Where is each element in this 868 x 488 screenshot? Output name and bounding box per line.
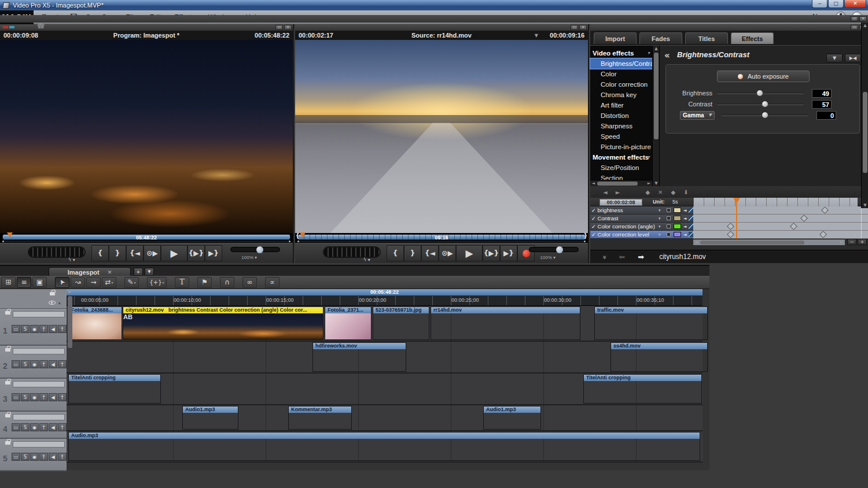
tab-titles[interactable]: Titles xyxy=(685,32,728,44)
gamma-dropdown[interactable]: Gamma▼ xyxy=(680,111,715,120)
timeline-ruler[interactable]: 00:00:05;0000:00:10;0000:00:15;0000:00:2… xyxy=(67,296,703,306)
prev-keyframe-icon[interactable]: ◄ xyxy=(603,189,608,195)
close-pool-icon[interactable]: ✕ xyxy=(859,16,867,21)
effect-item[interactable]: Distortion xyxy=(590,110,652,121)
keyframe-track-area[interactable] xyxy=(693,231,868,239)
solo-button[interactable]: S xyxy=(21,360,30,368)
track-name-field[interactable] xyxy=(13,414,65,420)
solo-button[interactable]: S xyxy=(21,325,30,333)
color-swatch[interactable] xyxy=(674,216,681,221)
add-keyframe-icon[interactable]: ◆ xyxy=(645,189,650,195)
volume-knob[interactable] xyxy=(256,246,263,253)
source-playhead-marker[interactable] xyxy=(300,232,306,238)
clip-traffic-mov[interactable]: traffic.mov xyxy=(594,306,708,340)
track-name-field[interactable] xyxy=(13,441,65,448)
auto-exposure-button[interactable]: Auto exposure xyxy=(717,71,810,82)
track-lock-icon[interactable] xyxy=(5,414,10,417)
set-in-button[interactable]: { xyxy=(387,245,404,261)
range-end-handle[interactable] xyxy=(584,241,586,242)
a-badge[interactable]: A xyxy=(123,313,128,320)
set-in-button[interactable]: { xyxy=(91,245,109,261)
curve-icon[interactable] xyxy=(689,224,693,229)
phone-import-icon[interactable]: ☎ xyxy=(37,23,45,30)
timeline-track-5[interactable]: Audio.mp3 xyxy=(67,431,703,463)
keyframe-row-label[interactable]: ✓Contrast▾◄ xyxy=(590,215,693,223)
program-playhead-marker[interactable] xyxy=(7,232,13,238)
slider-value[interactable]: 57 xyxy=(812,100,832,109)
timeline-duration-bar[interactable]: 00:05:48:22 xyxy=(67,289,703,296)
audio-fader-button[interactable]: † xyxy=(58,360,67,368)
curve-icon[interactable] xyxy=(689,216,693,221)
shuttle-mode-icon[interactable]: ϟ ▾ xyxy=(363,257,370,263)
brightness-slider[interactable] xyxy=(717,93,804,94)
blue-mark-icon[interactable] xyxy=(9,26,14,28)
source-scrubber-bar[interactable]: 09:16 xyxy=(297,234,586,240)
group-link-icon[interactable]: ∞ xyxy=(242,277,257,288)
title-tool-icon[interactable]: T xyxy=(175,277,189,288)
curve-checkbox[interactable] xyxy=(667,224,671,228)
timeline-track-1[interactable]: Fotolia_243688...cityrush12.movbrightnes… xyxy=(67,306,703,342)
source-select-dropdown-icon[interactable]: ▼ xyxy=(535,33,538,38)
clip-audio-mp3[interactable]: Audio.mp3 xyxy=(68,432,700,461)
checkbox-icon[interactable]: ✓ xyxy=(591,224,596,230)
cursor-tool-icon[interactable]: ➤ xyxy=(55,277,69,288)
track-lock-icon[interactable] xyxy=(5,381,10,385)
jog-wheel[interactable] xyxy=(28,246,86,258)
restore-monitor-icon[interactable]: ▭ xyxy=(571,25,578,30)
clip-ss4hd-mov[interactable]: ss4hd.mov xyxy=(610,342,708,372)
effect-item[interactable]: Sharpness xyxy=(590,121,652,131)
track-type-button[interactable]: ▭ xyxy=(12,325,20,333)
restore-monitor-icon[interactable]: ▭ xyxy=(275,25,283,30)
clip-titel[interactable]: TitelAnti cropping xyxy=(68,374,161,404)
effect-item[interactable]: Brightness/Contrast xyxy=(590,58,652,69)
effects-list-hscrollbar[interactable]: ◄► xyxy=(590,180,652,186)
view-grid-icon[interactable]: ⊞ xyxy=(1,277,16,288)
tab-import[interactable]: Import xyxy=(594,32,637,44)
keyframe-zoom-in-icon[interactable]: + xyxy=(858,239,867,245)
collapse-panel-icon[interactable]: ▶◀ xyxy=(845,54,861,62)
mute-button[interactable]: ◀ xyxy=(49,360,57,368)
keyframe-diamond[interactable] xyxy=(822,206,829,214)
curve-checkbox[interactable] xyxy=(667,232,671,236)
previous-object-icon[interactable]: ⬅ xyxy=(619,253,625,261)
effect-item[interactable]: Chroma key xyxy=(590,90,652,100)
add-tab-icon[interactable]: + xyxy=(134,268,143,276)
mute-button[interactable]: ◀ xyxy=(49,453,57,461)
keyframe-hscrollbar[interactable]: ◄► xyxy=(693,239,845,245)
keyframe-track-area[interactable] xyxy=(693,215,868,223)
chevron-down-icon[interactable]: ▾ xyxy=(659,216,661,221)
source-range-groove[interactable] xyxy=(297,241,586,242)
effect-item[interactable]: Size/Position xyxy=(590,162,652,173)
clip-cityrush12-mov[interactable]: cityrush12.movbrightness Contrast Color … xyxy=(123,306,323,340)
video-fader-button[interactable]: † xyxy=(39,325,48,333)
visibility-button[interactable]: ◉ xyxy=(30,393,39,401)
slider-value[interactable]: 0 xyxy=(816,111,836,120)
timeline-track-2[interactable]: hdfireworks.movss4hd.mov xyxy=(67,342,703,374)
speaker-icon[interactable]: ◄ xyxy=(683,232,686,237)
program-scrubber-bar[interactable]: 05:48:22 xyxy=(2,234,290,240)
keyframe-timecode-field[interactable]: 00:00:02:08 xyxy=(599,199,642,206)
audio-fader-button[interactable]: † xyxy=(58,393,67,401)
video-fader-button[interactable]: † xyxy=(39,423,48,431)
maximize-button[interactable]: ▢ xyxy=(828,0,844,8)
play-loop-button[interactable]: {▶} xyxy=(483,245,500,261)
keyframe-row-label[interactable]: ✓brightness▾◄ xyxy=(590,206,693,215)
track-lock-icon[interactable] xyxy=(5,311,10,315)
next-keyframe-icon[interactable]: ► xyxy=(616,189,620,195)
close-monitor-icon[interactable]: ✕ xyxy=(579,25,587,30)
visibility-button[interactable]: ◉ xyxy=(30,360,39,368)
jump-to-out-button[interactable]: ▶} xyxy=(205,245,222,261)
effect-item[interactable]: Color correction xyxy=(590,79,652,90)
mute-button[interactable]: ◀ xyxy=(49,393,57,401)
play-button[interactable]: ▶ xyxy=(456,245,483,261)
speaker-icon[interactable]: ◄ xyxy=(683,216,686,221)
jog-wheel[interactable] xyxy=(323,246,381,258)
track-name-field[interactable] xyxy=(13,311,65,317)
slider-knob[interactable] xyxy=(762,101,768,107)
play-range-button[interactable]: ⊙▶ xyxy=(144,245,161,261)
unit-value[interactable]: 5s xyxy=(672,199,678,205)
timeline-track-4[interactable]: Audio1.mp3Kommentar.mp3Audio1.mp3 xyxy=(67,405,703,431)
marker-flag-icon[interactable]: ⚑ xyxy=(197,277,212,288)
ungroup-icon[interactable]: ∝ xyxy=(265,277,279,288)
checkbox-icon[interactable]: ✓ xyxy=(591,216,596,221)
